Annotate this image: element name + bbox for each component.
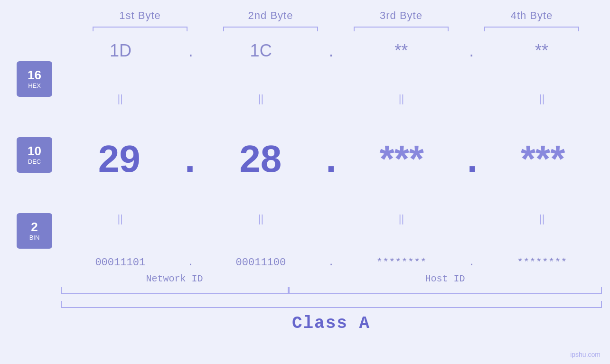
main-container: 1st Byte 2nd Byte 3rd Byte 4th Byte 16 H… xyxy=(0,0,610,364)
bin-dot1: . xyxy=(188,257,194,269)
eq1-b4: || xyxy=(490,93,594,105)
dec-dot3: . xyxy=(467,137,478,181)
rows-area: 1D . 1C . ** . ** || . || . xyxy=(61,41,602,269)
bin-row: 00011101 . 00011100 . ******** . *******… xyxy=(61,257,602,269)
hex-b4: ** xyxy=(489,41,594,61)
bin-badge: 2 BIN xyxy=(17,213,52,249)
dec-badge: 10 DEC xyxy=(17,137,52,173)
eq1-dot1: . xyxy=(188,93,194,105)
hex-badge: 16 HEX xyxy=(17,61,52,97)
label-badges: 16 HEX 10 DEC 2 BIN xyxy=(9,41,61,269)
hex-b2: 1C xyxy=(209,41,313,61)
dec-badge-num: 10 xyxy=(28,144,41,158)
dec-dot2: . xyxy=(326,137,336,181)
host-bracket xyxy=(289,287,602,294)
byte3-header: 3rd Byte xyxy=(349,9,453,22)
equals-row-2: || . || . || . || xyxy=(61,213,602,225)
eq1-dot3: . xyxy=(469,93,475,105)
dec-b3: *** xyxy=(349,137,454,181)
bottom-brackets xyxy=(61,287,602,294)
bin-b4: ******** xyxy=(490,257,594,269)
hex-dot3: . xyxy=(469,42,474,59)
watermark: ipshu.com xyxy=(570,351,601,358)
byte-headers: 1st Byte 2nd Byte 3rd Byte 4th Byte xyxy=(75,9,597,22)
full-bottom-bracket xyxy=(61,301,602,308)
bin-b3: ******** xyxy=(349,257,454,269)
byte4-header: 4th Byte xyxy=(479,9,584,22)
eq2-b3: || xyxy=(349,213,454,225)
hex-b1: 1D xyxy=(68,41,173,61)
equals-row-1: || . || . || . || xyxy=(61,93,602,105)
hex-badge-label: HEX xyxy=(28,82,41,89)
byte1-header: 1st Byte xyxy=(88,9,192,22)
eq2-dot3: . xyxy=(469,213,475,224)
hex-dot2: . xyxy=(328,42,333,59)
hex-badge-num: 16 xyxy=(28,68,41,82)
hex-dot1: . xyxy=(188,42,193,59)
eq2-b2: || xyxy=(208,213,313,225)
bin-badge-num: 2 xyxy=(31,220,38,234)
dec-row: 29 . 28 . *** . *** xyxy=(61,137,602,181)
dec-b4: *** xyxy=(491,137,595,181)
main-content: 16 HEX 10 DEC 2 BIN 1D . 1C xyxy=(9,41,602,269)
hex-row: 1D . 1C . ** . ** xyxy=(61,41,602,61)
bin-dot2: . xyxy=(328,257,334,269)
bracket-byte4 xyxy=(484,27,579,31)
bin-b1: 00011101 xyxy=(68,257,172,269)
hex-b3: ** xyxy=(349,41,453,61)
bin-dot3: . xyxy=(469,257,475,269)
eq1-b2: || xyxy=(208,93,313,105)
host-id-label: Host ID xyxy=(289,273,602,284)
network-id-label: Network ID xyxy=(61,273,289,284)
bracket-byte1 xyxy=(93,27,188,31)
network-bracket xyxy=(61,287,289,294)
dec-dot1: . xyxy=(185,137,195,181)
bracket-byte3 xyxy=(354,27,449,31)
eq2-b1: || xyxy=(68,213,172,225)
dec-badge-label: DEC xyxy=(28,158,41,165)
eq2-dot1: . xyxy=(188,213,194,224)
byte2-header: 2nd Byte xyxy=(218,9,323,22)
bin-badge-label: BIN xyxy=(29,234,40,241)
top-brackets xyxy=(75,27,597,31)
bin-b2: 00011100 xyxy=(208,257,313,269)
network-host-labels: Network ID Host ID xyxy=(61,273,602,284)
class-label: Class A xyxy=(61,314,602,333)
eq2-dot2: . xyxy=(328,213,334,224)
dec-b1: 29 xyxy=(67,137,171,181)
bottom-section: Network ID Host ID Class A xyxy=(61,273,602,333)
eq1-b3: || xyxy=(349,93,454,105)
bracket-byte2 xyxy=(223,27,318,31)
eq1-b1: || xyxy=(68,93,172,105)
dec-b2: 28 xyxy=(208,137,313,181)
eq2-b4: || xyxy=(490,213,594,225)
eq1-dot2: . xyxy=(328,93,334,105)
